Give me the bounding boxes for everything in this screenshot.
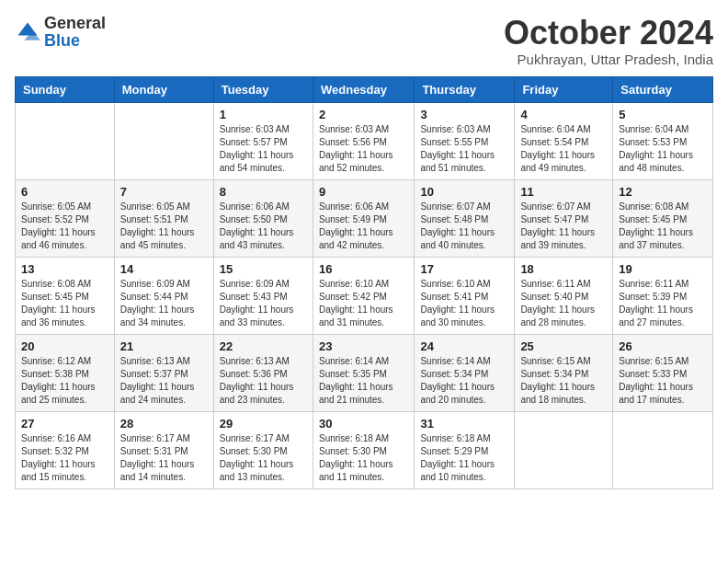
month-title: October 2024: [504, 15, 713, 52]
day-number: 14: [120, 262, 208, 276]
calendar-cell: [515, 411, 613, 488]
day-info: Sunrise: 6:10 AM Sunset: 5:41 PM Dayligh…: [420, 278, 508, 329]
calendar-cell: 11Sunrise: 6:07 AM Sunset: 5:47 PM Dayli…: [515, 179, 613, 257]
day-number: 3: [420, 108, 508, 121]
calendar-week-5: 27Sunrise: 6:16 AM Sunset: 5:32 PM Dayli…: [16, 411, 713, 488]
day-number: 13: [21, 262, 108, 276]
day-number: 2: [319, 108, 408, 121]
day-header-wednesday: Wednesday: [313, 76, 414, 102]
day-number: 28: [120, 417, 208, 431]
calendar-cell: 10Sunrise: 6:07 AM Sunset: 5:48 PM Dayli…: [415, 179, 515, 257]
calendar-week-2: 6Sunrise: 6:05 AM Sunset: 5:52 PM Daylig…: [16, 179, 713, 257]
day-number: 8: [220, 185, 307, 199]
calendar-week-4: 20Sunrise: 6:12 AM Sunset: 5:38 PM Dayli…: [16, 334, 713, 411]
calendar-header-row: SundayMondayTuesdayWednesdayThursdayFrid…: [16, 76, 713, 102]
calendar-cell: 18Sunrise: 6:11 AM Sunset: 5:40 PM Dayli…: [515, 257, 613, 334]
calendar-cell: 3Sunrise: 6:03 AM Sunset: 5:55 PM Daylig…: [415, 102, 515, 179]
calendar-week-1: 1Sunrise: 6:03 AM Sunset: 5:57 PM Daylig…: [16, 102, 713, 179]
calendar-cell: 7Sunrise: 6:05 AM Sunset: 5:51 PM Daylig…: [114, 179, 213, 257]
day-number: 26: [619, 339, 707, 353]
calendar-cell: 30Sunrise: 6:18 AM Sunset: 5:30 PM Dayli…: [313, 411, 414, 488]
day-info: Sunrise: 6:07 AM Sunset: 5:47 PM Dayligh…: [520, 201, 607, 252]
day-info: Sunrise: 6:04 AM Sunset: 5:54 PM Dayligh…: [520, 123, 607, 175]
calendar-cell: 28Sunrise: 6:17 AM Sunset: 5:31 PM Dayli…: [114, 411, 213, 488]
day-info: Sunrise: 6:04 AM Sunset: 5:53 PM Dayligh…: [619, 123, 707, 175]
day-info: Sunrise: 6:15 AM Sunset: 5:33 PM Dayligh…: [619, 355, 707, 407]
day-info: Sunrise: 6:18 AM Sunset: 5:29 PM Dayligh…: [420, 432, 508, 484]
day-number: 22: [220, 339, 307, 353]
day-number: 7: [120, 185, 208, 199]
day-header-tuesday: Tuesday: [213, 76, 313, 102]
calendar-cell: 22Sunrise: 6:13 AM Sunset: 5:36 PM Dayli…: [213, 334, 313, 411]
day-info: Sunrise: 6:09 AM Sunset: 5:44 PM Dayligh…: [120, 278, 208, 329]
calendar-cell: 20Sunrise: 6:12 AM Sunset: 5:38 PM Dayli…: [16, 334, 115, 411]
location: Pukhrayan, Uttar Pradesh, India: [504, 52, 713, 67]
calendar-cell: 12Sunrise: 6:08 AM Sunset: 5:45 PM Dayli…: [613, 179, 713, 257]
calendar-cell: 4Sunrise: 6:04 AM Sunset: 5:54 PM Daylig…: [515, 102, 613, 179]
day-info: Sunrise: 6:17 AM Sunset: 5:31 PM Dayligh…: [120, 432, 208, 484]
day-number: 12: [619, 185, 707, 199]
calendar-cell: 24Sunrise: 6:14 AM Sunset: 5:34 PM Dayli…: [415, 334, 515, 411]
day-number: 27: [21, 417, 108, 431]
day-info: Sunrise: 6:10 AM Sunset: 5:42 PM Dayligh…: [319, 278, 408, 329]
day-number: 30: [319, 417, 408, 431]
day-header-saturday: Saturday: [613, 76, 713, 102]
day-info: Sunrise: 6:06 AM Sunset: 5:50 PM Dayligh…: [220, 201, 307, 252]
day-number: 19: [619, 262, 707, 276]
day-header-thursday: Thursday: [415, 76, 515, 102]
calendar-cell: 6Sunrise: 6:05 AM Sunset: 5:52 PM Daylig…: [16, 179, 115, 257]
day-info: Sunrise: 6:07 AM Sunset: 5:48 PM Dayligh…: [420, 201, 508, 252]
calendar-cell: [613, 411, 713, 488]
day-number: 23: [319, 339, 408, 353]
day-number: 10: [420, 185, 508, 199]
calendar-cell: 15Sunrise: 6:09 AM Sunset: 5:43 PM Dayli…: [213, 257, 313, 334]
day-info: Sunrise: 6:05 AM Sunset: 5:52 PM Dayligh…: [21, 201, 108, 252]
calendar-cell: 5Sunrise: 6:04 AM Sunset: 5:53 PM Daylig…: [613, 102, 713, 179]
day-number: 31: [420, 417, 508, 431]
day-info: Sunrise: 6:14 AM Sunset: 5:35 PM Dayligh…: [319, 355, 408, 407]
day-number: 6: [21, 185, 108, 199]
day-info: Sunrise: 6:15 AM Sunset: 5:34 PM Dayligh…: [520, 355, 607, 407]
day-info: Sunrise: 6:13 AM Sunset: 5:36 PM Dayligh…: [220, 355, 307, 407]
day-number: 18: [520, 262, 607, 276]
calendar-table: SundayMondayTuesdayWednesdayThursdayFrid…: [15, 76, 713, 489]
day-header-sunday: Sunday: [16, 76, 115, 102]
day-number: 20: [21, 339, 108, 353]
calendar-cell: 8Sunrise: 6:06 AM Sunset: 5:50 PM Daylig…: [213, 179, 313, 257]
day-info: Sunrise: 6:13 AM Sunset: 5:37 PM Dayligh…: [120, 355, 208, 407]
day-number: 24: [420, 339, 508, 353]
day-number: 1: [220, 108, 307, 121]
day-info: Sunrise: 6:03 AM Sunset: 5:55 PM Dayligh…: [420, 123, 508, 175]
calendar-cell: 23Sunrise: 6:14 AM Sunset: 5:35 PM Dayli…: [313, 334, 414, 411]
calendar-cell: 2Sunrise: 6:03 AM Sunset: 5:56 PM Daylig…: [313, 102, 414, 179]
calendar-cell: 27Sunrise: 6:16 AM Sunset: 5:32 PM Dayli…: [16, 411, 115, 488]
calendar-cell: 16Sunrise: 6:10 AM Sunset: 5:42 PM Dayli…: [313, 257, 414, 334]
page-header: General Blue October 2024 Pukhrayan, Utt…: [15, 15, 713, 67]
calendar-cell: [114, 102, 213, 179]
day-info: Sunrise: 6:14 AM Sunset: 5:34 PM Dayligh…: [420, 355, 508, 407]
logo-general: General: [44, 14, 106, 32]
calendar-cell: 31Sunrise: 6:18 AM Sunset: 5:29 PM Dayli…: [415, 411, 515, 488]
day-number: 15: [220, 262, 307, 276]
day-info: Sunrise: 6:09 AM Sunset: 5:43 PM Dayligh…: [220, 278, 307, 329]
calendar-cell: 14Sunrise: 6:09 AM Sunset: 5:44 PM Dayli…: [114, 257, 213, 334]
day-number: 17: [420, 262, 508, 276]
day-info: Sunrise: 6:17 AM Sunset: 5:30 PM Dayligh…: [220, 432, 307, 484]
day-header-friday: Friday: [515, 76, 613, 102]
logo: General Blue: [15, 15, 106, 50]
day-info: Sunrise: 6:12 AM Sunset: 5:38 PM Dayligh…: [21, 355, 108, 407]
day-info: Sunrise: 6:18 AM Sunset: 5:30 PM Dayligh…: [319, 432, 408, 484]
calendar-cell: 29Sunrise: 6:17 AM Sunset: 5:30 PM Dayli…: [213, 411, 313, 488]
calendar-cell: 26Sunrise: 6:15 AM Sunset: 5:33 PM Dayli…: [613, 334, 713, 411]
calendar-cell: 1Sunrise: 6:03 AM Sunset: 5:57 PM Daylig…: [213, 102, 313, 179]
day-number: 16: [319, 262, 408, 276]
calendar-cell: 25Sunrise: 6:15 AM Sunset: 5:34 PM Dayli…: [515, 334, 613, 411]
day-number: 9: [319, 185, 408, 199]
day-info: Sunrise: 6:05 AM Sunset: 5:51 PM Dayligh…: [120, 201, 208, 252]
logo-blue: Blue: [44, 31, 80, 50]
day-info: Sunrise: 6:16 AM Sunset: 5:32 PM Dayligh…: [21, 432, 108, 484]
day-info: Sunrise: 6:11 AM Sunset: 5:39 PM Dayligh…: [619, 278, 707, 329]
day-info: Sunrise: 6:06 AM Sunset: 5:49 PM Dayligh…: [319, 201, 408, 252]
calendar-week-3: 13Sunrise: 6:08 AM Sunset: 5:45 PM Dayli…: [16, 257, 713, 334]
calendar-cell: [16, 102, 115, 179]
